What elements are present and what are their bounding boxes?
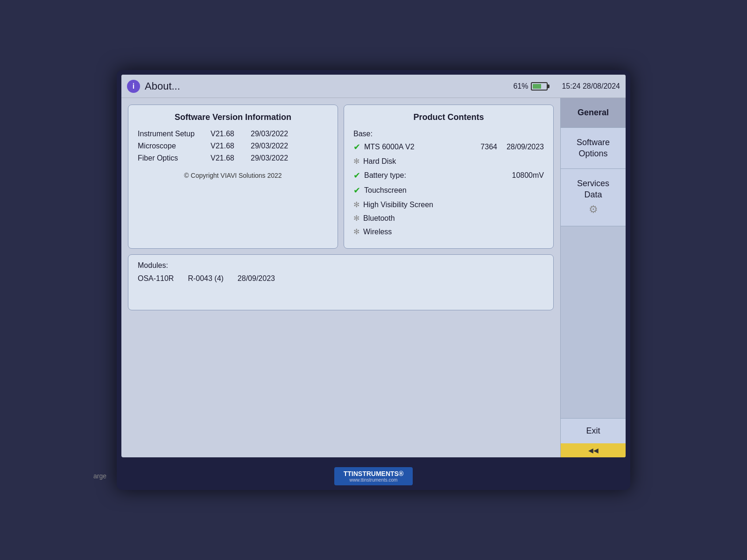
check-icon: ✔ xyxy=(353,170,360,181)
version-date-1: 29/03/2022 xyxy=(251,142,328,150)
info-icon: i xyxy=(127,80,140,93)
exit-button[interactable]: Exit xyxy=(561,418,626,443)
base-item-name: MTS 6000A V2 xyxy=(364,143,477,151)
tt-website: www.ttinstruments.com xyxy=(344,477,404,483)
high-vis-name: High Visibility Screen xyxy=(363,201,544,209)
copyright: © Copyright VIAVI Solutions 2022 xyxy=(138,172,328,179)
base-item-date: 28/09/2023 xyxy=(507,143,544,151)
top-bar: i About... 61% 15:24 28/08/2024 xyxy=(121,75,626,98)
datetime: 15:24 28/08/2024 xyxy=(562,82,620,91)
touchscreen-item: ✔ Touchscreen xyxy=(353,185,544,196)
version-table: Instrument Setup V21.68 29/03/2022 Micro… xyxy=(138,130,328,162)
base-label: Base: xyxy=(353,130,544,138)
screen: i About... 61% 15:24 28/08/2024 Software… xyxy=(121,75,626,457)
main-content: Software Version Information Instrument … xyxy=(121,98,626,457)
top-panels: Software Version Information Instrument … xyxy=(128,105,554,249)
version-row: Microscope V21.68 29/03/2022 xyxy=(138,142,328,150)
sidebar-btn-software-options[interactable]: SoftwareOptions xyxy=(561,128,626,169)
tt-label: TTINSTRUMENTS® www.ttinstruments.com xyxy=(334,467,413,485)
exit-label: Exit xyxy=(586,426,600,435)
cross-icon: ✻ xyxy=(353,214,359,223)
wireless-name: Wireless xyxy=(363,228,544,236)
version-num-1: V21.68 xyxy=(211,142,243,150)
check-icon: ✔ xyxy=(353,185,360,196)
module-name: OSA-110R xyxy=(138,274,174,283)
version-date-2: 29/03/2022 xyxy=(251,154,328,162)
sidebar: General SoftwareOptions ServicesData ⚙ E… xyxy=(560,98,626,457)
about-title: About... xyxy=(145,80,513,92)
wireless-item: ✻ Wireless xyxy=(353,227,544,236)
check-icon: ✔ xyxy=(353,142,360,152)
sidebar-spacer xyxy=(561,226,626,418)
nav-arrow[interactable]: ◀◀ xyxy=(561,443,626,457)
version-date-0: 29/03/2022 xyxy=(251,130,328,138)
base-product-item: ✔ MTS 6000A V2 7364 28/09/2023 xyxy=(353,142,544,152)
sidebar-btn-services-data[interactable]: ServicesData ⚙ xyxy=(561,169,626,226)
sidebar-btn-general[interactable]: General xyxy=(561,98,626,128)
content-area: Software Version Information Instrument … xyxy=(121,98,560,457)
hard-disk-name: Hard Disk xyxy=(363,157,544,166)
tt-instruments: TTINSTRUMENTS® xyxy=(344,470,404,477)
bluetooth-name: Bluetooth xyxy=(363,214,544,223)
version-name-1: Microscope xyxy=(138,142,203,150)
high-vis-item: ✻ High Visibility Screen xyxy=(353,200,544,209)
battery-value: 10800mV xyxy=(512,171,544,180)
cross-icon: ✻ xyxy=(353,227,359,236)
product-contents-panel: Product Contents Base: ✔ MTS 6000A V2 73… xyxy=(344,105,554,249)
software-options-label: SoftwareOptions xyxy=(577,138,610,158)
charge-label: arge xyxy=(93,472,106,480)
software-panel-title: Software Version Information xyxy=(138,112,328,122)
cross-icon: ✻ xyxy=(353,157,359,166)
touchscreen-name: Touchscreen xyxy=(364,186,544,195)
base-item-number: 7364 xyxy=(480,143,497,151)
cross-icon: ✻ xyxy=(353,200,359,209)
battery-fill xyxy=(533,84,541,89)
version-num-2: V21.68 xyxy=(211,154,243,162)
battery-name: Battery type: xyxy=(364,171,508,180)
version-row: Instrument Setup V21.68 29/03/2022 xyxy=(138,130,328,138)
device-frame: i About... 61% 15:24 28/08/2024 Software… xyxy=(117,70,630,490)
version-name-0: Instrument Setup xyxy=(138,130,203,138)
battery-icon xyxy=(531,82,548,91)
modules-title: Modules: xyxy=(138,261,544,270)
services-data-label: ServicesData xyxy=(577,178,609,200)
software-version-panel: Software Version Information Instrument … xyxy=(128,105,338,249)
module-code: R-0043 (4) xyxy=(188,274,223,283)
battery-section: 61% xyxy=(513,82,548,91)
battery-percent: 61% xyxy=(513,82,528,91)
nav-arrow-icon: ◀◀ xyxy=(588,447,599,454)
bluetooth-item: ✻ Bluetooth xyxy=(353,214,544,223)
modules-panel: Modules: OSA-110R R-0043 (4) 28/09/2023 xyxy=(128,254,554,310)
hard-disk-item: ✻ Hard Disk xyxy=(353,157,544,166)
module-row: OSA-110R R-0043 (4) 28/09/2023 xyxy=(138,274,544,283)
battery-item: ✔ Battery type: 10800mV xyxy=(353,170,544,181)
version-name-2: Fiber Optics xyxy=(138,154,203,162)
version-num-0: V21.68 xyxy=(211,130,243,138)
version-row: Fiber Optics V21.68 29/03/2022 xyxy=(138,154,328,162)
product-panel-title: Product Contents xyxy=(353,112,544,122)
module-date: 28/09/2023 xyxy=(238,274,275,283)
device-bottom: arge TTINSTRUMENTS® www.ttinstruments.co… xyxy=(121,457,626,495)
general-label: General xyxy=(578,108,609,117)
base-item-meta: 7364 28/09/2023 xyxy=(480,143,544,151)
services-icon: ⚙ xyxy=(589,203,598,217)
